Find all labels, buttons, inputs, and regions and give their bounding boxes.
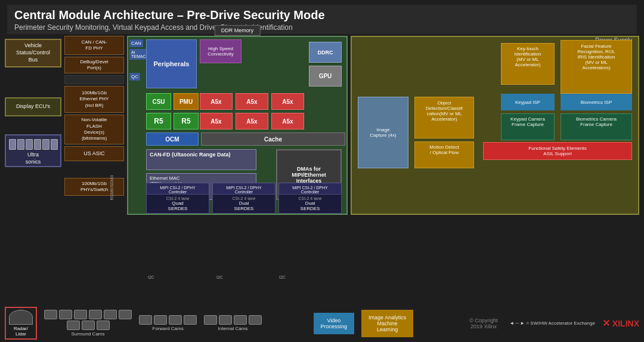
keytouch-box: Key-touch Identification (MV or ML Accel… [501, 43, 555, 85]
cam-icon [219, 315, 232, 325]
left-column: Vehicle Status/Control Bus Display ECU's… [5, 39, 61, 170]
right-processing-area: Power Supply Facial Feature Recognition,… [351, 36, 639, 215]
diagram: Vehicle Status/Control Bus Display ECU's… [5, 36, 639, 306]
a5x-bottom-left: A5x [200, 113, 233, 130]
cam-icon [74, 310, 87, 319]
sub-title: Perimeter Security Monitoring, Virtual K… [14, 23, 630, 32]
a5x-bottom-right: A5x [236, 113, 268, 130]
phy-column: CAN / CAN- FD PHY DeBug/Devel Port(s) 10… [64, 36, 124, 198]
i2c-label-1: I2C [148, 275, 154, 279]
a5x-top-left: A5x [200, 93, 233, 110]
cam-icon [82, 321, 95, 330]
quad-serdes: CSI-2 4 lane Quad SERDES [146, 194, 209, 214]
surround-cam-icons [44, 310, 132, 319]
can-label-inner: CAN [129, 39, 143, 47]
xilinx-logo: ✕ XILINX [602, 318, 639, 329]
cam-icon [139, 315, 152, 325]
peripherals-box: Peripherals [146, 39, 197, 88]
cam-icon [169, 315, 182, 325]
pmu-box: PMU [174, 93, 199, 110]
debug-devel-box: DeBug/Devel Port(s) [64, 57, 124, 73]
cam-icon [67, 321, 80, 330]
qc-spacer [64, 75, 124, 84]
ultrasonic-box: Ultra sonics [5, 134, 61, 167]
i2c-label-3: I2C [279, 275, 286, 279]
cam-icon [249, 315, 262, 325]
cam-icon [44, 310, 57, 319]
image-capture-box: Image Capture (4x) [358, 97, 408, 168]
temac-label: AI TEMAC [129, 49, 148, 60]
r5-right: R5 [174, 113, 199, 130]
facial-box: Facial Feature Recognition, ROI, IRIS Id… [561, 40, 632, 94]
ethernet-phy-box: 100Mb/1Gb Ethernet PHY (incl BR) [64, 86, 124, 113]
a5x-top-right: A5x [236, 93, 268, 110]
title-area: Central Module Architecture – Pre-Drive … [7, 5, 637, 34]
cam-icon [204, 315, 217, 325]
qc-label: QC [129, 73, 140, 81]
ddrc-box: DDRC [309, 42, 342, 63]
keypad-isp-box: Keypad ISP [501, 94, 555, 110]
surround-cams-group: Surround Cams [44, 310, 132, 337]
cache-bar: Cache [201, 133, 345, 146]
cam-icon [104, 310, 117, 319]
dual-serdes-2: CSI-2 4 lane Dual SERDES [278, 194, 342, 214]
us-asic-box: US ASIC [64, 146, 124, 161]
ocm-bar: OCM [146, 133, 199, 146]
cam-icon [59, 310, 72, 319]
ethernet-switch-box: 100Mb/1Gb PHYs/Switch [64, 178, 124, 196]
cam-icon [184, 315, 197, 325]
biometrics-cam-box: Biometrics Camera Frame Capture [561, 113, 632, 140]
high-speed-box: High Speed Connectivity [200, 39, 242, 63]
cam-icon [97, 321, 110, 330]
cam-icon [89, 310, 102, 319]
main-title: Central Module Architecture – Pre-Drive … [14, 8, 630, 22]
rgmii-label: RGMII/SGMII [110, 175, 114, 201]
cam-icon [119, 310, 132, 319]
r5-left: R5 [146, 113, 171, 130]
display-ecus-box: Display ECU's [5, 97, 61, 116]
surround-cam-icons-2 [67, 321, 110, 330]
cam-icon [234, 315, 247, 325]
ddr-memory-label: DDR Memory [215, 25, 261, 36]
a5x-extra-bottom: A5x [271, 113, 304, 130]
forward-cams-label: Forward Cams [152, 326, 183, 331]
dual-serdes-1: CSI-2 4 lane Dual SERDES [212, 194, 275, 214]
arrow-legend: ◄ ─ ► = SW/HW Accelerator Exchange [509, 321, 595, 326]
can-phy-box: CAN / CAN- FD PHY [64, 36, 124, 55]
serdes-row: CSI-2 4 lane Quad SERDES CSI-2 4 lane Du… [146, 194, 342, 214]
i2c-label-2: I2C [216, 275, 223, 279]
internal-cams-label: Internal Cams [218, 326, 248, 331]
object-detect-box: Object Detection/Classifi cation(MV or M… [414, 97, 474, 138]
non-volatile-box: Non-Volatile FLASH Device(s) (bitstreams… [64, 115, 124, 144]
gpu-box: GPU [309, 66, 342, 87]
cam-icon [154, 315, 167, 325]
image-analytics-box: Image Analytics Machine Learning [361, 310, 413, 337]
func-safety-box: Functional Safety Elements ASIL Support [483, 142, 632, 160]
internal-cams-group: Internal Cams [204, 315, 262, 331]
biometrics-isp-box: Biometrics ISP [561, 94, 632, 110]
soc-area: DDR Memory CAN AI TEMAC QC Peripherals H… [127, 36, 348, 215]
forward-cams-group: Forward Cams [139, 315, 197, 331]
internal-cam-icons [204, 315, 262, 325]
surround-cams-label: Surround Cams [71, 331, 104, 337]
a5x-extra-top: A5x [271, 93, 304, 110]
keypad-cam-box: Keypad Camera Frame Capture [501, 113, 555, 140]
csu-box: CSU [146, 93, 171, 110]
forward-cam-icons [139, 315, 197, 325]
radar-lidar-box: Radar/ Lidar [5, 307, 37, 340]
video-processing-box: Video Processing [314, 313, 355, 334]
motion-detect-box: Motion Detect / Optical Flow [414, 141, 474, 168]
copyright-text: © Copyright 2019 Xilinx [465, 318, 503, 329]
bottom-section: Radar/ Lidar Surround Cams [5, 307, 639, 340]
slide: Central Module Architecture – Pre-Drive … [0, 0, 644, 342]
canfd-box: CAN-FD (Ultasonic Range Data) [146, 149, 256, 170]
vehicle-bus-box: Vehicle Status/Control Bus [5, 39, 61, 67]
